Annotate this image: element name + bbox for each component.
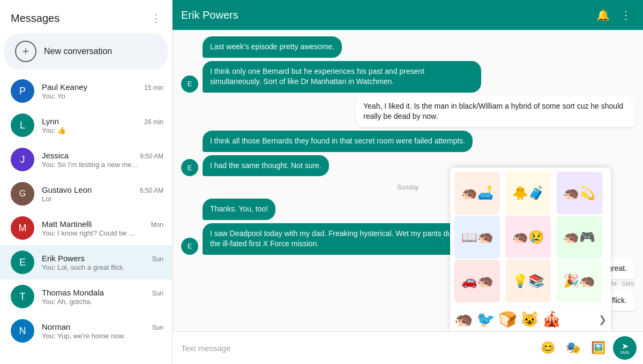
message-bubble: I had the same thought. Not sure. (203, 155, 329, 177)
sticker-cell-6[interactable]: 🚗🦔 (454, 260, 500, 302)
send-button[interactable]: ➤ SMS (613, 336, 637, 360)
sticker-preview-item[interactable]: 🐦 (476, 310, 495, 328)
conv-time: 9:50 AM (140, 153, 163, 160)
message-row: EI think only one Bernard but he experie… (181, 61, 634, 93)
sticker-grid: 🦔🛋️🐥🧳🦔💫📖🦔🦔😢🦔🎮🚗🦔💡📚🎉🦔 (450, 168, 611, 307)
avatar: P (11, 79, 34, 103)
emoji-button[interactable]: 😊 (537, 338, 558, 358)
sticker-next-icon[interactable]: ❯ (599, 314, 607, 325)
sticker-cell-8[interactable]: 🎉🦔 (557, 260, 602, 302)
notification-button[interactable]: 🔔 (593, 5, 613, 25)
message-avatar: E (181, 238, 198, 255)
avatar: T (11, 285, 34, 308)
conversation-list: P Paul Keaney 15 min You: Yo L Lynn 26 m… (0, 74, 172, 364)
plus-circle-icon: + (15, 41, 36, 62)
conv-time: Sun (152, 324, 163, 331)
avatar-photo: G (11, 182, 34, 206)
sticker-preview-item[interactable]: 🎪 (542, 310, 561, 328)
chat-header: Erik Powers 🔔 ⋮ (173, 0, 643, 30)
new-conversation-button[interactable]: + New conversation (4, 33, 168, 70)
image-button[interactable]: 🖼️ (588, 338, 609, 358)
sidebar-header: Messages ⋮ (0, 0, 172, 32)
avatar: G (11, 182, 34, 206)
conv-top: Norman Sun (42, 322, 163, 331)
sidebar-more-button[interactable]: ⋮ (148, 10, 163, 27)
message-row: I think all those Bernards they found in… (181, 131, 634, 152)
day-label: Sunday (397, 184, 419, 191)
conv-name: Paul Keaney (42, 82, 87, 92)
sticker-cell-4[interactable]: 🦔😢 (505, 216, 551, 259)
conv-item-lynn[interactable]: L Lynn 26 min You: 👍 (0, 108, 172, 142)
conv-item-jessica[interactable]: J Jessica 9:50 AM You: So I'm testing a … (0, 142, 172, 177)
conv-preview: You: So I'm testing a new me... (42, 161, 163, 169)
conv-item-erik-powers[interactable]: E Erik Powers Sun You: Lol, such a great… (0, 245, 172, 279)
sticker-preview-row: 🦔🐦🍞😺🎪❯ (450, 307, 611, 331)
conv-item-gustavo-leon[interactable]: G Gustavo Leon 6:50 AM Lol (0, 177, 172, 211)
conv-top: Gustavo Leon 6:50 AM (42, 185, 163, 194)
conv-info: Erik Powers Sun You: Lol, such a great f… (42, 254, 163, 271)
message-bubble: Last week's episode pretty awesome. (203, 36, 342, 58)
conv-time: 26 min (144, 118, 163, 126)
avatar: E (11, 251, 34, 274)
conv-time: 15 min (144, 84, 163, 92)
sticker-scroll-area[interactable]: 🦔🛋️🐥🧳🦔💫📖🦔🦔😢🦔🎮🚗🦔💡📚🎉🦔 (450, 168, 611, 307)
message-row: Yeah, I liked it. Is the man in black/Wi… (181, 96, 634, 127)
new-conversation-label: New conversation (44, 47, 112, 56)
sticker-panel: 🦔🛋️🐥🧳🦔💫📖🦔🦔😢🦔🎮🚗🦔💡📚🎉🦔 🦔🐦🍞😺🎪❯ (450, 168, 611, 331)
conv-name: Erik Powers (42, 254, 85, 263)
conv-info: Thomas Mondala Sun You: Ah, gotcha. (42, 288, 163, 306)
conv-top: Lynn 26 min (42, 117, 163, 126)
conv-name: Lynn (42, 117, 59, 126)
conv-name: Gustavo Leon (42, 185, 92, 194)
chat-more-button[interactable]: ⋮ (617, 5, 634, 25)
conv-top: Erik Powers Sun (42, 254, 163, 263)
sticker-cell-0[interactable]: 🦔🛋️ (454, 172, 500, 215)
conv-info: Lynn 26 min You: 👍 (42, 117, 163, 134)
conv-time: Mon (151, 221, 163, 229)
sticker-cell-5[interactable]: 🦔🎮 (557, 216, 602, 259)
conv-name: Matt Martinelli (42, 219, 92, 229)
message-bubble: I think only one Bernard but he experien… (203, 61, 481, 93)
conv-time: Sun (152, 290, 163, 297)
message-avatar: E (181, 75, 198, 93)
conv-item-matt-martinelli[interactable]: M Matt Martinelli Mon You: I know right?… (0, 211, 172, 245)
sticker-preview-item[interactable]: 🦔 (454, 310, 473, 328)
message-bubble: I saw Deadpool today with my dad. Freaki… (203, 223, 481, 255)
sticker-cell-1[interactable]: 🐥🧳 (505, 172, 551, 215)
chat-contact-name: Erik Powers (181, 9, 238, 21)
sticker-cell-2[interactable]: 🦔💫 (557, 172, 602, 215)
avatar: L (11, 113, 34, 137)
conv-top: Matt Martinelli Mon (42, 219, 163, 229)
conv-top: Paul Keaney 15 min (42, 82, 163, 92)
sticker-button[interactable]: 🎭 (563, 338, 584, 358)
conv-item-thomas-mondala[interactable]: T Thomas Mondala Sun You: Ah, gotcha. (0, 279, 172, 314)
conv-info: Matt Martinelli Mon You: I know right? C… (42, 219, 163, 237)
header-icons: 🔔 ⋮ (593, 5, 634, 25)
sticker-cell-3[interactable]: 📖🦔 (454, 216, 500, 259)
message-input[interactable] (179, 339, 533, 357)
main-chat: Erik Powers 🔔 ⋮ Last week's episode pret… (173, 0, 643, 364)
sticker-cell-7[interactable]: 💡📚 (505, 260, 551, 302)
sticker-preview-item[interactable]: 🍞 (498, 310, 517, 328)
conv-info: Gustavo Leon 6:50 AM Lol (42, 185, 163, 203)
conv-name: Norman (42, 322, 70, 331)
avatar: M (11, 216, 34, 240)
message-bubble: Thanks. You, too! (203, 199, 275, 220)
conv-name: Jessica (42, 151, 69, 160)
conv-time: 6:50 AM (140, 187, 163, 194)
message-avatar: E (181, 159, 198, 176)
conv-preview: You: Lol, such a great flick. (42, 263, 163, 271)
conv-preview: You: 👍 (42, 126, 163, 134)
input-area: 😊 🎭 🖼️ ➤ SMS (173, 331, 643, 364)
sticker-preview-item[interactable]: 😺 (520, 310, 539, 328)
conv-item-paul-keaney[interactable]: P Paul Keaney 15 min You: Yo (0, 74, 172, 108)
message-bubble: Yeah, I liked it. Is the man in black/Wi… (356, 96, 634, 127)
conv-top: Thomas Mondala Sun (42, 288, 163, 297)
conv-preview: You: I know right? Could be ... (42, 229, 163, 237)
messages-area: Last week's episode pretty awesome.EI th… (173, 30, 643, 331)
conv-item-norman[interactable]: N Norman Sun You: Yup, we're home now. (0, 314, 172, 348)
message-bubble: I think all those Bernards they found in… (203, 131, 473, 152)
send-label: SMS (620, 350, 629, 355)
avatar: N (11, 319, 34, 343)
conv-info: Norman Sun You: Yup, we're home now. (42, 322, 163, 340)
